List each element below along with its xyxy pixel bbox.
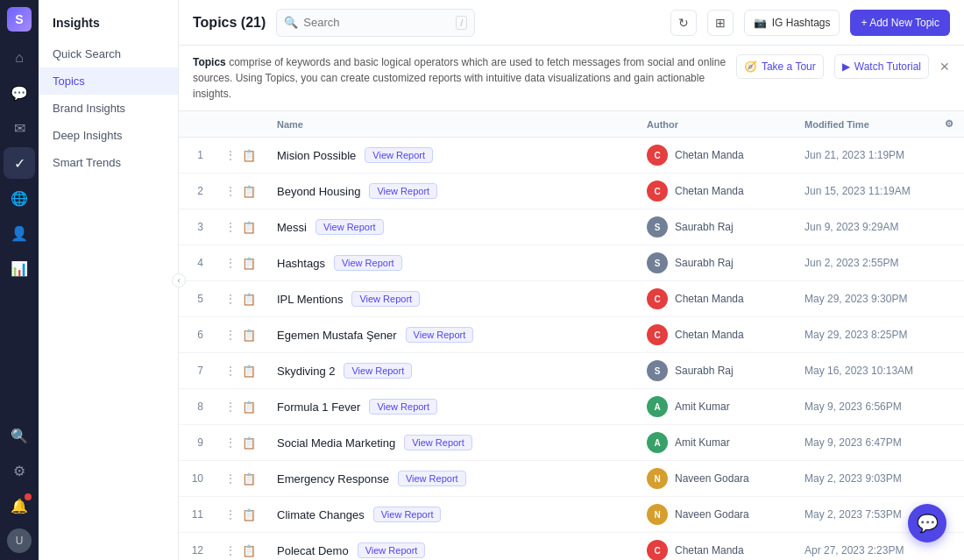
row-actions-cell: ⋮ 📋 bbox=[214, 209, 266, 245]
topic-name: Emergency Response bbox=[277, 472, 389, 486]
topic-name-cell: Messi View Report bbox=[266, 209, 636, 245]
topic-type-icon: 📋 bbox=[242, 365, 256, 378]
row-menu-icon[interactable]: ⋮ bbox=[224, 148, 237, 162]
user-avatar[interactable]: U bbox=[7, 528, 32, 553]
view-report-button[interactable]: View Report bbox=[351, 291, 420, 307]
watch-tutorial-button[interactable]: ▶ Watch Tutorial bbox=[834, 54, 929, 79]
chat-bubble-button[interactable]: 💬 bbox=[908, 504, 946, 542]
table-row: 4 ⋮ 📋 Hashtags View Report S Saurabh Raj… bbox=[179, 245, 964, 281]
row-menu-icon[interactable]: ⋮ bbox=[224, 507, 237, 521]
table-row: 1 ⋮ 📋 Mision Possible View Report C Chet… bbox=[179, 138, 964, 174]
view-report-button[interactable]: View Report bbox=[404, 435, 472, 450]
view-report-button[interactable]: View Report bbox=[369, 399, 437, 415]
chat-nav-icon[interactable]: 💬 bbox=[4, 77, 35, 109]
sidebar-item-quick-search[interactable]: Quick Search bbox=[39, 40, 178, 67]
author-name: Saurabh Raj bbox=[675, 221, 734, 233]
row-number: 1 bbox=[179, 138, 214, 174]
globe-nav-icon[interactable]: 🌐 bbox=[4, 182, 35, 214]
sidebar-item-brand-insights[interactable]: Brand Insights bbox=[39, 95, 178, 122]
author-cell: N Naveen Godara bbox=[636, 461, 794, 497]
home-nav-icon[interactable]: ⌂ bbox=[4, 42, 35, 74]
sidebar-item-deep-insights[interactable]: Deep Insights bbox=[39, 122, 178, 149]
author-cell: S Saurabh Raj bbox=[636, 353, 794, 389]
topic-name-cell: Skydiving 2 View Report bbox=[266, 353, 636, 389]
row-settings-cell bbox=[934, 209, 964, 245]
sidebar-collapse-toggle[interactable]: ‹ bbox=[172, 273, 186, 287]
search-input[interactable] bbox=[303, 16, 450, 29]
sidebar-item-smart-trends[interactable]: Smart Trends bbox=[39, 149, 178, 176]
row-menu-icon[interactable]: ⋮ bbox=[224, 184, 237, 198]
row-number: 6 bbox=[179, 317, 214, 353]
ig-hashtags-button[interactable]: 📷 IG Hashtags bbox=[744, 10, 840, 36]
add-new-topic-button[interactable]: + Add New Topic bbox=[850, 10, 950, 36]
check-nav-icon[interactable]: ✓ bbox=[4, 147, 35, 179]
row-menu-icon[interactable]: ⋮ bbox=[224, 256, 237, 270]
author-name: Chetan Manda bbox=[675, 185, 744, 197]
send-nav-icon[interactable]: ✉ bbox=[4, 112, 35, 144]
topic-name: IPL Mentions bbox=[277, 293, 343, 306]
row-menu-icon[interactable]: ⋮ bbox=[224, 400, 237, 414]
row-menu-icon[interactable]: ⋮ bbox=[224, 436, 237, 450]
row-number: 2 bbox=[179, 174, 214, 209]
view-report-button[interactable]: View Report bbox=[373, 507, 442, 522]
table-row: 9 ⋮ 📋 Social Media Marketing View Report… bbox=[179, 425, 964, 461]
table-row: 12 ⋮ 📋 Polecat Demo View Report C Chetan… bbox=[179, 533, 964, 561]
author-cell: S Saurabh Raj bbox=[636, 245, 794, 281]
row-menu-icon[interactable]: ⋮ bbox=[224, 471, 237, 486]
person-nav-icon[interactable]: 👤 bbox=[4, 217, 35, 249]
search-nav-icon[interactable]: 🔍 bbox=[4, 420, 35, 451]
modified-time: Jun 15, 2023 11:19AM bbox=[794, 174, 934, 209]
topic-type-icon: 📋 bbox=[242, 329, 256, 342]
author-avatar: C bbox=[647, 145, 668, 166]
topic-type-icon: 📋 bbox=[242, 185, 256, 198]
app-logo[interactable]: S bbox=[7, 7, 32, 32]
info-close-button[interactable]: ✕ bbox=[939, 58, 950, 76]
topic-name: Social Media Marketing bbox=[277, 436, 395, 450]
topic-name-cell: Egemen Mustafa Şener View Report bbox=[266, 317, 636, 353]
author-name: Amit Kumar bbox=[675, 401, 730, 413]
author-cell: A Amit Kumar bbox=[636, 425, 794, 461]
view-report-button[interactable]: View Report bbox=[334, 255, 402, 271]
author-cell: A Amit Kumar bbox=[636, 389, 794, 425]
topic-type-icon: 📋 bbox=[242, 508, 256, 521]
col-name: Name bbox=[266, 111, 636, 138]
col-modified: Modified Time bbox=[794, 111, 934, 138]
table-row: 2 ⋮ 📋 Beyond Housing View Report C Cheta… bbox=[179, 174, 964, 209]
row-number: 12 bbox=[179, 533, 214, 561]
view-report-button[interactable]: View Report bbox=[365, 147, 433, 163]
view-report-button[interactable]: View Report bbox=[369, 183, 437, 199]
row-number: 3 bbox=[179, 209, 214, 245]
search-box[interactable]: 🔍 / bbox=[276, 9, 475, 37]
row-actions-cell: ⋮ 📋 bbox=[214, 138, 266, 174]
settings-nav-icon[interactable]: ⚙ bbox=[4, 455, 35, 486]
modified-time: May 9, 2023 6:47PM bbox=[794, 425, 934, 461]
view-report-button[interactable]: View Report bbox=[358, 542, 426, 558]
sidebar-item-topics[interactable]: Topics bbox=[39, 67, 178, 95]
row-actions-cell: ⋮ 📋 bbox=[214, 245, 266, 281]
view-report-button[interactable]: View Report bbox=[398, 471, 466, 486]
take-a-tour-button[interactable]: 🧭 Take a Tour bbox=[736, 54, 824, 79]
row-menu-icon[interactable]: ⋮ bbox=[224, 328, 237, 342]
view-report-button[interactable]: View Report bbox=[315, 219, 384, 235]
table-row: 11 ⋮ 📋 Climate Changes View Report N Nav… bbox=[179, 497, 964, 533]
row-menu-icon[interactable]: ⋮ bbox=[224, 292, 237, 306]
topic-name-cell: IPL Mentions View Report bbox=[266, 281, 636, 317]
page-title: Topics (21) bbox=[193, 15, 266, 31]
modified-time: May 9, 2023 6:56PM bbox=[794, 389, 934, 425]
row-actions-cell: ⋮ 📋 bbox=[214, 281, 266, 317]
tour-icon: 🧭 bbox=[744, 59, 757, 74]
row-menu-icon[interactable]: ⋮ bbox=[224, 543, 237, 557]
author-name: Chetan Manda bbox=[675, 149, 744, 161]
notification-nav-icon[interactable]: 🔔 bbox=[4, 490, 35, 521]
row-actions-cell: ⋮ 📋 bbox=[214, 533, 266, 561]
view-toggle-button[interactable]: ⊞ bbox=[707, 10, 734, 36]
row-settings-cell bbox=[934, 245, 964, 281]
refresh-button[interactable]: ↻ bbox=[670, 10, 697, 36]
row-menu-icon[interactable]: ⋮ bbox=[224, 220, 237, 234]
view-report-button[interactable]: View Report bbox=[344, 363, 412, 379]
row-number: 9 bbox=[179, 425, 214, 461]
row-menu-icon[interactable]: ⋮ bbox=[224, 364, 237, 378]
topic-name: Beyond Housing bbox=[277, 185, 360, 198]
bar-chart-nav-icon[interactable]: 📊 bbox=[4, 252, 35, 284]
view-report-button[interactable]: View Report bbox=[406, 327, 474, 343]
